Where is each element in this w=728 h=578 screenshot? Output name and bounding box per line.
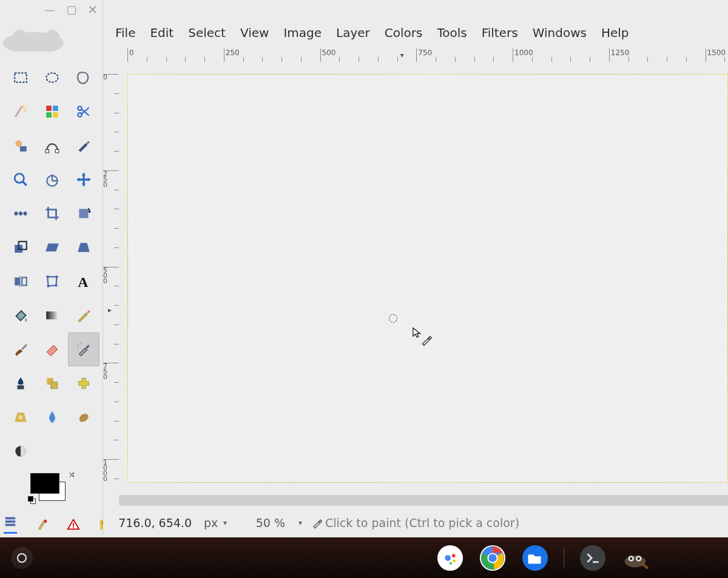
menu-file[interactable]: File — [109, 23, 141, 42]
tool-ink[interactable] — [5, 366, 36, 400]
menu-layer[interactable]: Layer — [330, 23, 376, 42]
tool-ellipse-select[interactable] — [36, 61, 68, 95]
paintbrush-icon — [13, 341, 29, 357]
menu-view[interactable]: View — [234, 23, 275, 42]
blur-sharpen-icon — [44, 409, 60, 425]
tool-flip[interactable] — [5, 264, 36, 298]
menu-edit[interactable]: Edit — [144, 23, 180, 42]
canvas-viewport[interactable] — [119, 62, 728, 489]
shelf-app-files[interactable] — [521, 544, 549, 572]
tool-paths[interactable] — [36, 129, 68, 163]
tool-fuzzy-select[interactable] — [5, 95, 36, 129]
menu-help[interactable]: Help — [595, 23, 635, 42]
ruler-horizontal[interactable]: ▸ 0250500750100012501500▾ — [119, 49, 728, 62]
tool-clone[interactable] — [36, 366, 68, 400]
tool-measure[interactable] — [36, 163, 68, 197]
dock-tab-tool-options[interactable] — [4, 515, 17, 534]
zoom-level[interactable]: 50 % — [240, 516, 289, 529]
bucket-fill-icon — [13, 307, 29, 323]
heal-icon — [76, 375, 92, 391]
tool-zoom[interactable] — [5, 163, 36, 197]
perspective-clone-icon — [13, 409, 29, 425]
tool-blend[interactable] — [36, 298, 68, 332]
ellipse-select-icon — [44, 70, 60, 86]
tool-heal[interactable] — [68, 366, 99, 400]
unit-selector[interactable]: px▾ — [197, 516, 235, 529]
tool-rotate[interactable] — [68, 197, 99, 230]
reset-colors-icon[interactable] — [28, 496, 36, 505]
ruler-h-1250: 1250 — [609, 49, 630, 62]
dock-tab-error-console[interactable] — [67, 518, 80, 534]
scissors-icon — [76, 104, 92, 119]
toolbox-dock-tabs — [4, 515, 112, 534]
ruler-h-1500: 1500 — [706, 49, 726, 62]
tool-cage[interactable] — [36, 264, 68, 298]
ruler-v-pointer: ▸ — [108, 306, 112, 314]
fg-color[interactable] — [30, 473, 59, 494]
menu-select[interactable]: Select — [182, 23, 232, 42]
tool-free-select[interactable] — [68, 61, 99, 95]
dock-tab-device-status[interactable] — [35, 518, 49, 534]
tool-crop[interactable] — [36, 197, 68, 230]
clone-icon — [44, 375, 60, 391]
tool-color-picker[interactable] — [68, 129, 99, 163]
tool-shear[interactable] — [36, 230, 68, 264]
minimize-button[interactable]: — — [44, 4, 55, 15]
close-button[interactable]: ✕ — [87, 4, 98, 16]
menu-windows[interactable]: Windows — [527, 23, 593, 42]
ruler-v-250: 250 — [103, 170, 119, 187]
tool-by-color-select[interactable] — [36, 95, 68, 129]
svg-point-2 — [45, 30, 59, 44]
tool-text[interactable] — [68, 264, 99, 298]
tool-perspective-clone[interactable] — [5, 400, 36, 434]
menu-filters[interactable]: Filters — [476, 23, 524, 42]
zoom-icon — [13, 172, 29, 187]
tool-smudge[interactable] — [68, 400, 99, 434]
scrollbar-horizontal[interactable] — [119, 495, 728, 506]
tool-foreground-select[interactable] — [5, 129, 36, 163]
tool-perspective[interactable] — [68, 230, 99, 264]
menu-colors[interactable]: Colors — [379, 23, 429, 42]
perspective-icon — [76, 240, 92, 255]
files-icon — [521, 544, 549, 572]
color-swatch[interactable]: ⤭ — [30, 473, 69, 502]
tool-airbrush[interactable] — [68, 332, 99, 366]
mouse-pointer — [412, 326, 423, 341]
ruler-h-0: 0 — [127, 49, 134, 62]
tool-paintbrush[interactable] — [5, 332, 36, 366]
shelf-app-gimp[interactable] — [621, 544, 649, 572]
swap-colors-icon[interactable]: ⤭ — [69, 470, 75, 479]
tool-rect-select[interactable] — [5, 61, 36, 95]
pencil-icon — [76, 307, 92, 323]
menu-bar: FileEditSelectViewImageLayerColorsToolsF… — [109, 23, 635, 42]
tool-scale[interactable] — [5, 230, 36, 264]
text-icon — [76, 274, 92, 289]
shelf-app-assistant[interactable] — [436, 544, 464, 572]
rotate-icon — [76, 206, 92, 221]
shelf-app-terminal[interactable] — [579, 544, 607, 572]
tool-pencil[interactable] — [68, 298, 99, 332]
maximize-button[interactable]: ▢ — [66, 4, 76, 15]
tool-scissors[interactable] — [68, 95, 99, 129]
ruler-vertical[interactable]: 02505007501000▸ — [103, 62, 119, 489]
scale-icon — [13, 240, 29, 255]
ruler-v-750: 750 — [103, 363, 119, 380]
tool-bucket-fill[interactable] — [5, 298, 36, 332]
shelf-app-chrome[interactable] — [479, 544, 507, 572]
tool-blur-sharpen[interactable] — [36, 400, 68, 434]
color-picker-icon — [76, 138, 92, 153]
assistant-icon — [436, 544, 464, 572]
launcher-button[interactable] — [11, 547, 33, 569]
tool-align[interactable] — [5, 197, 36, 230]
canvas[interactable] — [127, 74, 728, 483]
blend-icon — [44, 307, 60, 323]
chevron-down-icon[interactable]: ▾ — [294, 519, 307, 527]
menu-tools[interactable]: Tools — [431, 23, 473, 42]
ink-icon — [13, 375, 29, 391]
error-console-icon — [67, 518, 80, 531]
tool-move[interactable] — [68, 163, 99, 197]
tool-eraser[interactable] — [36, 332, 68, 366]
smudge-icon — [76, 409, 92, 425]
menu-image[interactable]: Image — [277, 23, 328, 42]
tool-dodge-burn[interactable] — [5, 434, 36, 468]
